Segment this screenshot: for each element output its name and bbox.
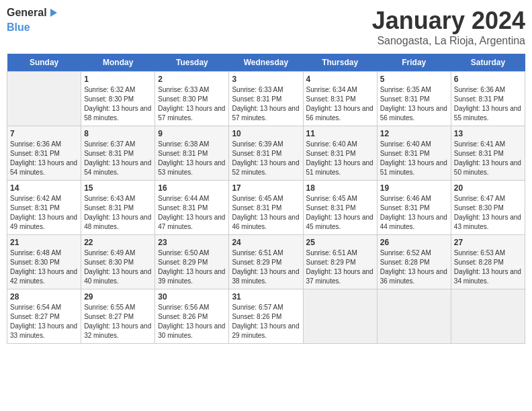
title-block: January 2024 Sanogasta, La Rioja, Argent… bbox=[372, 7, 525, 47]
day-info: Sunrise: 6:33 AMSunset: 8:31 PMDaylight:… bbox=[232, 85, 300, 123]
table-row: 4 Sunrise: 6:34 AMSunset: 8:31 PMDayligh… bbox=[303, 72, 377, 126]
table-row: 3 Sunrise: 6:33 AMSunset: 8:31 PMDayligh… bbox=[229, 72, 303, 126]
day-number: 2 bbox=[158, 75, 226, 84]
day-number: 7 bbox=[10, 129, 78, 138]
table-row: 18 Sunrise: 6:45 AMSunset: 8:31 PMDaylig… bbox=[303, 181, 377, 235]
table-row: 1 Sunrise: 6:32 AMSunset: 8:30 PMDayligh… bbox=[81, 72, 155, 126]
day-info: Sunrise: 6:54 AMSunset: 8:27 PMDaylight:… bbox=[10, 303, 78, 340]
day-info: Sunrise: 6:32 AMSunset: 8:30 PMDaylight:… bbox=[84, 85, 152, 123]
day-info: Sunrise: 6:44 AMSunset: 8:31 PMDaylight:… bbox=[158, 194, 226, 232]
day-number: 19 bbox=[380, 183, 448, 193]
calendar-table: Sunday Monday Tuesday Wednesday Thursday… bbox=[7, 54, 525, 344]
day-number: 22 bbox=[84, 238, 152, 247]
table-row bbox=[7, 72, 81, 126]
day-number: 9 bbox=[158, 129, 226, 138]
day-number: 8 bbox=[84, 129, 152, 138]
day-info: Sunrise: 6:39 AMSunset: 8:31 PMDaylight:… bbox=[232, 140, 300, 177]
table-row: 5 Sunrise: 6:35 AMSunset: 8:31 PMDayligh… bbox=[377, 72, 451, 126]
week-row: 1 Sunrise: 6:32 AMSunset: 8:30 PMDayligh… bbox=[7, 72, 525, 126]
day-info: Sunrise: 6:48 AMSunset: 8:30 PMDaylight:… bbox=[10, 248, 78, 286]
day-info: Sunrise: 6:40 AMSunset: 8:31 PMDaylight:… bbox=[306, 140, 374, 177]
table-row: 29 Sunrise: 6:55 AMSunset: 8:27 PMDaylig… bbox=[81, 289, 155, 344]
day-info: Sunrise: 6:47 AMSunset: 8:30 PMDaylight:… bbox=[454, 194, 522, 232]
week-row: 14 Sunrise: 6:42 AMSunset: 8:31 PMDaylig… bbox=[7, 181, 525, 235]
day-info: Sunrise: 6:46 AMSunset: 8:31 PMDaylight:… bbox=[380, 194, 448, 232]
calendar-body: 1 Sunrise: 6:32 AMSunset: 8:30 PMDayligh… bbox=[7, 72, 525, 344]
table-row: 25 Sunrise: 6:51 AMSunset: 8:29 PMDaylig… bbox=[303, 235, 377, 289]
day-number: 16 bbox=[158, 183, 226, 193]
day-info: Sunrise: 6:45 AMSunset: 8:31 PMDaylight:… bbox=[306, 194, 374, 232]
day-number: 21 bbox=[10, 238, 78, 247]
day-info: Sunrise: 6:37 AMSunset: 8:31 PMDaylight:… bbox=[84, 140, 152, 177]
day-number: 25 bbox=[306, 238, 374, 247]
day-number: 14 bbox=[10, 183, 78, 193]
table-row: 22 Sunrise: 6:49 AMSunset: 8:30 PMDaylig… bbox=[81, 235, 155, 289]
day-info: Sunrise: 6:55 AMSunset: 8:27 PMDaylight:… bbox=[84, 303, 152, 340]
table-row: 28 Sunrise: 6:54 AMSunset: 8:27 PMDaylig… bbox=[7, 289, 81, 344]
calendar-header: Sunday Monday Tuesday Wednesday Thursday… bbox=[7, 54, 525, 72]
day-info: Sunrise: 6:52 AMSunset: 8:28 PMDaylight:… bbox=[380, 248, 448, 286]
day-info: Sunrise: 6:42 AMSunset: 8:31 PMDaylight:… bbox=[10, 194, 78, 232]
day-number: 20 bbox=[454, 183, 522, 193]
table-row bbox=[377, 289, 451, 344]
week-row: 28 Sunrise: 6:54 AMSunset: 8:27 PMDaylig… bbox=[7, 289, 525, 344]
table-row: 14 Sunrise: 6:42 AMSunset: 8:31 PMDaylig… bbox=[7, 181, 81, 235]
day-number: 17 bbox=[232, 183, 300, 193]
day-info: Sunrise: 6:51 AMSunset: 8:29 PMDaylight:… bbox=[232, 248, 300, 286]
day-number: 5 bbox=[380, 75, 448, 84]
day-number: 12 bbox=[380, 129, 448, 138]
day-info: Sunrise: 6:34 AMSunset: 8:31 PMDaylight:… bbox=[306, 85, 374, 123]
day-info: Sunrise: 6:41 AMSunset: 8:31 PMDaylight:… bbox=[454, 140, 522, 177]
header-row: Sunday Monday Tuesday Wednesday Thursday… bbox=[7, 54, 525, 72]
day-number: 30 bbox=[158, 292, 226, 302]
day-number: 18 bbox=[306, 183, 374, 193]
day-info: Sunrise: 6:56 AMSunset: 8:26 PMDaylight:… bbox=[158, 303, 226, 340]
table-row: 27 Sunrise: 6:53 AMSunset: 8:28 PMDaylig… bbox=[451, 235, 525, 289]
day-info: Sunrise: 6:57 AMSunset: 8:26 PMDaylight:… bbox=[232, 303, 300, 340]
table-row: 7 Sunrise: 6:36 AMSunset: 8:31 PMDayligh… bbox=[7, 126, 81, 181]
day-number: 10 bbox=[232, 129, 300, 138]
table-row bbox=[451, 289, 525, 344]
week-row: 21 Sunrise: 6:48 AMSunset: 8:30 PMDaylig… bbox=[7, 235, 525, 289]
day-info: Sunrise: 6:50 AMSunset: 8:29 PMDaylight:… bbox=[158, 248, 226, 286]
day-info: Sunrise: 6:38 AMSunset: 8:31 PMDaylight:… bbox=[158, 140, 226, 177]
table-row: 21 Sunrise: 6:48 AMSunset: 8:30 PMDaylig… bbox=[7, 235, 81, 289]
table-row: 23 Sunrise: 6:50 AMSunset: 8:29 PMDaylig… bbox=[155, 235, 229, 289]
day-info: Sunrise: 6:51 AMSunset: 8:29 PMDaylight:… bbox=[306, 248, 374, 286]
day-info: Sunrise: 6:33 AMSunset: 8:30 PMDaylight:… bbox=[158, 85, 226, 123]
day-number: 4 bbox=[306, 75, 374, 84]
table-row: 20 Sunrise: 6:47 AMSunset: 8:30 PMDaylig… bbox=[451, 181, 525, 235]
day-info: Sunrise: 6:53 AMSunset: 8:28 PMDaylight:… bbox=[454, 248, 522, 286]
day-number: 27 bbox=[454, 238, 522, 247]
logo-general: General bbox=[7, 7, 47, 19]
table-row: 26 Sunrise: 6:52 AMSunset: 8:28 PMDaylig… bbox=[377, 235, 451, 289]
table-row: 10 Sunrise: 6:39 AMSunset: 8:31 PMDaylig… bbox=[229, 126, 303, 181]
page-title: January 2024 bbox=[372, 7, 525, 35]
day-number: 15 bbox=[84, 183, 152, 193]
day-number: 28 bbox=[10, 292, 78, 302]
table-row: 11 Sunrise: 6:40 AMSunset: 8:31 PMDaylig… bbox=[303, 126, 377, 181]
day-number: 6 bbox=[454, 75, 522, 84]
table-row: 24 Sunrise: 6:51 AMSunset: 8:29 PMDaylig… bbox=[229, 235, 303, 289]
page-header: General Blue January 2024 Sanogasta, La … bbox=[7, 7, 525, 47]
day-number: 23 bbox=[158, 238, 226, 247]
table-row: 8 Sunrise: 6:37 AMSunset: 8:31 PMDayligh… bbox=[81, 126, 155, 181]
table-row: 6 Sunrise: 6:36 AMSunset: 8:31 PMDayligh… bbox=[451, 72, 525, 126]
week-row: 7 Sunrise: 6:36 AMSunset: 8:31 PMDayligh… bbox=[7, 126, 525, 181]
day-number: 24 bbox=[232, 238, 300, 247]
table-row: 31 Sunrise: 6:57 AMSunset: 8:26 PMDaylig… bbox=[229, 289, 303, 344]
table-row: 15 Sunrise: 6:43 AMSunset: 8:31 PMDaylig… bbox=[81, 181, 155, 235]
header-thursday: Thursday bbox=[303, 54, 377, 72]
page-subtitle: Sanogasta, La Rioja, Argentina bbox=[372, 35, 525, 47]
day-number: 13 bbox=[454, 129, 522, 138]
header-friday: Friday bbox=[377, 54, 451, 72]
day-number: 26 bbox=[380, 238, 448, 247]
logo-blue: Blue bbox=[7, 21, 30, 34]
day-number: 3 bbox=[232, 75, 300, 84]
logo-arrow-icon bbox=[50, 9, 57, 17]
table-row: 2 Sunrise: 6:33 AMSunset: 8:30 PMDayligh… bbox=[155, 72, 229, 126]
day-number: 11 bbox=[306, 129, 374, 138]
header-saturday: Saturday bbox=[451, 54, 525, 72]
logo-text: General bbox=[7, 7, 57, 19]
day-info: Sunrise: 6:36 AMSunset: 8:31 PMDaylight:… bbox=[10, 140, 78, 177]
